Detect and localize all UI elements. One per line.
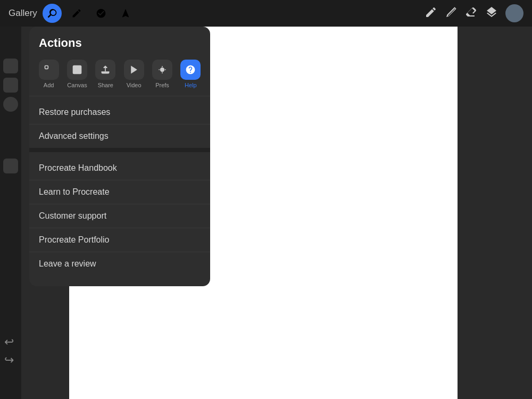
layers-icon[interactable] bbox=[485, 6, 498, 21]
customer-support-item[interactable]: Customer support bbox=[29, 204, 210, 228]
sidebar-item-1[interactable] bbox=[3, 59, 18, 73]
action-tool-video[interactable]: Video bbox=[124, 60, 144, 88]
video-icon bbox=[124, 60, 144, 80]
actions-toolbar: Add Canvas Share bbox=[29, 55, 210, 96]
canvas-label: Canvas bbox=[67, 82, 87, 88]
actions-panel: Actions Add Canvas bbox=[29, 27, 210, 286]
action-tool-add[interactable]: Add bbox=[39, 60, 59, 88]
transform-button[interactable] bbox=[116, 4, 135, 23]
share-label: Share bbox=[98, 82, 113, 88]
modify-button[interactable] bbox=[67, 4, 86, 23]
prefs-label: Prefs bbox=[155, 82, 169, 88]
eraser-icon[interactable] bbox=[465, 6, 478, 21]
menu-group-1: Restore purchases Advanced settings bbox=[29, 101, 210, 148]
action-tool-share[interactable]: Share bbox=[95, 60, 115, 88]
help-icon bbox=[180, 60, 201, 80]
video-label: Video bbox=[127, 82, 142, 88]
canvas-icon bbox=[67, 60, 87, 80]
leave-a-review-item[interactable]: Leave a review bbox=[29, 252, 210, 276]
sidebar-item-2[interactable] bbox=[3, 78, 18, 93]
top-bar: Gallery bbox=[0, 0, 532, 27]
undo-button[interactable]: ↩ bbox=[4, 335, 14, 349]
svg-point-4 bbox=[161, 68, 164, 72]
selection-button[interactable] bbox=[92, 4, 111, 23]
svg-rect-0 bbox=[45, 66, 48, 69]
action-tool-prefs[interactable]: Prefs bbox=[152, 60, 172, 88]
actions-button[interactable] bbox=[43, 4, 62, 23]
add-icon bbox=[39, 60, 59, 80]
top-bar-tools bbox=[425, 4, 523, 22]
pencil-icon[interactable] bbox=[425, 6, 437, 21]
sidebar-item-3[interactable] bbox=[3, 97, 18, 112]
menu-section-gap bbox=[29, 148, 210, 152]
pen-icon[interactable] bbox=[445, 6, 458, 21]
prefs-icon bbox=[152, 60, 172, 80]
gallery-label[interactable]: Gallery bbox=[9, 8, 37, 19]
procreate-handbook-item[interactable]: Procreate Handbook bbox=[29, 156, 210, 180]
help-label: Help bbox=[185, 82, 197, 88]
actions-title: Actions bbox=[29, 27, 210, 55]
action-tool-help[interactable]: Help bbox=[180, 60, 201, 88]
advanced-settings-item[interactable]: Advanced settings bbox=[29, 124, 210, 148]
restore-purchases-item[interactable]: Restore purchases bbox=[29, 101, 210, 124]
sidebar-item-4[interactable] bbox=[3, 159, 18, 173]
share-icon bbox=[95, 60, 115, 80]
redo-button[interactable]: ↪ bbox=[4, 353, 14, 367]
svg-marker-3 bbox=[131, 66, 137, 74]
avatar[interactable] bbox=[505, 4, 523, 22]
add-label: Add bbox=[44, 82, 54, 88]
menu-group-2: Procreate Handbook Learn to Procreate Cu… bbox=[29, 156, 210, 276]
procreate-portfolio-item[interactable]: Procreate Portfolio bbox=[29, 228, 210, 252]
learn-to-procreate-item[interactable]: Learn to Procreate bbox=[29, 180, 210, 204]
action-tool-canvas[interactable]: Canvas bbox=[67, 60, 87, 88]
top-bar-left: Gallery bbox=[9, 4, 135, 23]
